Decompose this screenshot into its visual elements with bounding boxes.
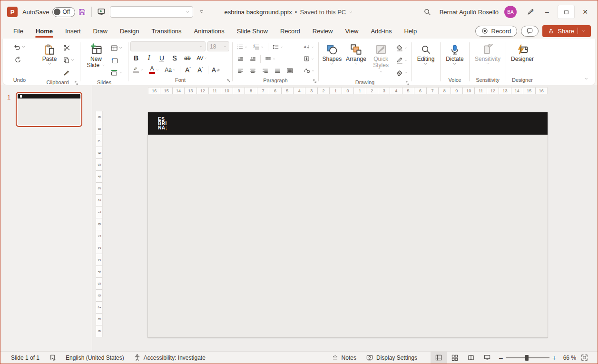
tab-animations[interactable]: Animations [188, 25, 231, 37]
align-right-button[interactable] [259, 65, 271, 76]
convert-smartart-button[interactable] [301, 65, 316, 76]
normal-view-button[interactable] [431, 352, 447, 364]
decrease-indent-button[interactable] [235, 53, 246, 64]
font-name-combo[interactable] [130, 41, 206, 51]
zoom-in-button[interactable]: + [552, 354, 556, 362]
quick-access-combo[interactable] [110, 6, 193, 18]
align-center-button[interactable] [247, 65, 258, 76]
text-direction-button[interactable]: A [301, 41, 316, 52]
format-painter-button[interactable] [61, 67, 72, 78]
display-settings-button[interactable]: Display Settings [361, 352, 422, 364]
record-button[interactable]: Record [475, 26, 517, 37]
language-button[interactable]: English (United States) [61, 352, 129, 364]
dictate-button[interactable]: Dictate [443, 41, 466, 67]
new-slide-button[interactable]: New Slide [84, 41, 108, 70]
slide-layout-button[interactable] [109, 42, 124, 53]
customize-toolbar-button[interactable] [195, 5, 208, 19]
zoom-slider[interactable] [506, 357, 549, 358]
copy-button[interactable] [61, 55, 76, 66]
minimize-button[interactable]: – [539, 5, 556, 19]
italic-button[interactable]: I [143, 52, 155, 63]
spell-check-button[interactable] [44, 352, 61, 364]
align-left-button[interactable] [235, 65, 246, 76]
tab-view[interactable]: View [339, 25, 364, 37]
fit-to-window-button[interactable] [576, 352, 593, 364]
redo-button[interactable] [12, 54, 23, 65]
clear-formatting-button[interactable]: A [210, 64, 222, 75]
tab-draw[interactable]: Draw [87, 25, 114, 37]
maximize-button[interactable] [558, 5, 575, 19]
tab-help[interactable]: Help [398, 25, 423, 37]
coming-soon-button[interactable] [523, 5, 537, 19]
numbering-button[interactable]: 12 [251, 41, 266, 52]
font-size-combo[interactable]: 18 [207, 41, 229, 51]
powerpoint-app-icon[interactable]: P [7, 7, 18, 17]
avatar[interactable]: BA [504, 6, 517, 18]
tab-transitions[interactable]: Transitions [145, 25, 187, 37]
save-button[interactable] [75, 5, 88, 19]
tab-file[interactable]: File [7, 25, 29, 37]
tab-home[interactable]: Home [29, 25, 59, 37]
reset-slide-button[interactable] [109, 55, 120, 66]
tab-add-ins[interactable]: Add-ins [364, 25, 398, 37]
section-button[interactable] [109, 67, 124, 78]
tab-slide-show[interactable]: Slide Show [231, 25, 274, 37]
editing-button[interactable]: Editing [415, 41, 437, 67]
highlight-color-button[interactable] [130, 64, 146, 75]
horizontal-ruler[interactable]: 1615141312111098765432101234567891011121… [148, 87, 548, 94]
designer-button[interactable]: Designer [509, 41, 536, 64]
justify-button[interactable] [272, 65, 283, 76]
zoom-out-button[interactable]: – [499, 354, 503, 362]
search-button[interactable] [421, 5, 434, 19]
cut-button[interactable] [61, 42, 72, 53]
arrange-button[interactable]: Arrange [344, 41, 368, 67]
columns-button[interactable] [263, 53, 278, 64]
align-text-button[interactable] [301, 53, 316, 64]
undo-button[interactable] [12, 41, 27, 52]
shape-fill-button[interactable] [394, 42, 409, 53]
slide-sorter-view-button[interactable] [447, 352, 463, 364]
autosave-toggle[interactable]: Off [52, 7, 75, 17]
reading-view-button[interactable] [463, 352, 479, 364]
underline-button[interactable]: U [156, 52, 167, 63]
shape-effects-button[interactable] [394, 67, 409, 78]
share-button[interactable]: Share [542, 25, 591, 37]
close-button[interactable]: ✕ [577, 5, 594, 19]
paste-button[interactable]: Paste [39, 41, 60, 67]
change-case-button[interactable]: Aa [163, 64, 178, 75]
bold-button[interactable]: B [130, 52, 142, 63]
shapes-button[interactable]: Shapes [321, 41, 343, 67]
tab-record[interactable]: Record [274, 25, 306, 37]
increase-font-button[interactable]: Aˆ [182, 64, 194, 75]
line-spacing-button[interactable] [270, 41, 285, 52]
decrease-font-button[interactable]: Aˇ [195, 64, 206, 75]
tab-insert[interactable]: Insert [59, 25, 87, 37]
slide-thumbnail[interactable] [16, 92, 82, 127]
font-dialog-launcher[interactable] [226, 77, 231, 86]
font-color-button[interactable]: A [147, 64, 162, 75]
bullets-button[interactable] [235, 41, 250, 52]
slide-canvas[interactable]: ES BRI NA; [148, 112, 548, 337]
quick-styles-button[interactable]: Quick Styles [369, 41, 393, 76]
slideshow-view-button[interactable] [479, 352, 495, 364]
tab-design[interactable]: Design [114, 25, 145, 37]
sensitivity-button[interactable]: Sensitivity [472, 41, 503, 67]
collapse-ribbon-button[interactable] [584, 74, 588, 82]
notes-button[interactable]: Notes [327, 352, 361, 364]
strikethrough-button[interactable]: ab [182, 52, 193, 63]
text-shadow-button[interactable]: S [169, 52, 180, 63]
user-name[interactable]: Bernat Agulló Roselló [440, 9, 499, 16]
accessibility-button[interactable]: Accessibility: Investigate [129, 352, 210, 364]
start-slideshow-button[interactable] [95, 5, 108, 19]
vertical-ruler[interactable]: 9876543210123456789 [96, 111, 103, 337]
shape-outline-button[interactable] [394, 55, 409, 66]
increase-indent-button[interactable] [247, 53, 258, 64]
comments-button[interactable] [521, 26, 539, 37]
zoom-percentage[interactable]: 66 % [560, 354, 576, 361]
slide-indicator[interactable]: Slide 1 of 1 [5, 352, 44, 364]
distribute-button[interactable] [284, 65, 295, 76]
tab-review[interactable]: Review [306, 25, 339, 37]
document-title[interactable]: esbrina background.pptx • Saved to this … [224, 9, 353, 16]
autosave-control[interactable]: AutoSave Off [22, 7, 75, 17]
zoom-slider-handle[interactable] [525, 355, 529, 361]
